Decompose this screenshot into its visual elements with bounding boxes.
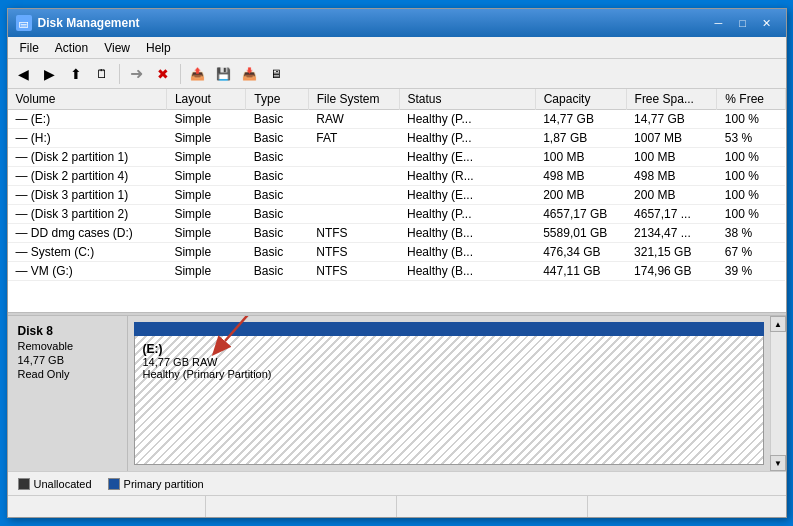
cell-status: Healthy (B... bbox=[399, 262, 535, 281]
table-header-row: Volume Layout Type File System Status Ca… bbox=[8, 89, 786, 110]
menu-bar: File Action View Help bbox=[8, 37, 786, 59]
minimize-button[interactable]: ─ bbox=[708, 14, 730, 32]
col-header-layout[interactable]: Layout bbox=[166, 89, 245, 110]
cell-free: 174,96 GB bbox=[626, 262, 717, 281]
extra-button[interactable]: 📥 bbox=[238, 62, 262, 86]
cell-status: Healthy (P... bbox=[399, 110, 535, 129]
vertical-scrollbar[interactable]: ▲ ▼ bbox=[770, 316, 786, 471]
toolbar: ◀ ▶ ⬆ 🗒 ➜ ✖ 📤 💾 📥 🖥 bbox=[8, 59, 786, 89]
col-header-status[interactable]: Status bbox=[399, 89, 535, 110]
menu-file[interactable]: File bbox=[12, 39, 47, 57]
table-row[interactable]: — (Disk 2 partition 4) Simple Basic Heal… bbox=[8, 167, 786, 186]
back-button[interactable]: ◀ bbox=[12, 62, 36, 86]
cell-fs bbox=[308, 167, 399, 186]
main-content: Volume Layout Type File System Status Ca… bbox=[8, 89, 786, 517]
col-header-type[interactable]: Type bbox=[246, 89, 308, 110]
cell-fs: RAW bbox=[308, 110, 399, 129]
toolbar-separator-1 bbox=[119, 64, 120, 84]
partition-body[interactable]: (E:) 14,77 GB RAW Healthy (Primary Parti… bbox=[134, 336, 764, 465]
col-header-pct[interactable]: % Free bbox=[717, 89, 785, 110]
menu-help[interactable]: Help bbox=[138, 39, 179, 57]
cell-layout: Simple bbox=[166, 186, 245, 205]
cell-layout: Simple bbox=[166, 167, 245, 186]
col-header-volume[interactable]: Volume bbox=[8, 89, 167, 110]
cell-volume: — (H:) bbox=[8, 129, 167, 148]
table-row[interactable]: — (Disk 3 partition 2) Simple Basic Heal… bbox=[8, 205, 786, 224]
cell-capacity: 4657,17 GB bbox=[535, 205, 626, 224]
col-header-free[interactable]: Free Spa... bbox=[626, 89, 717, 110]
table-row[interactable]: — (E:) Simple Basic RAW Healthy (P... 14… bbox=[8, 110, 786, 129]
cell-pct: 100 % bbox=[717, 110, 785, 129]
partition-header-bar bbox=[134, 322, 764, 336]
close-button[interactable]: ✕ bbox=[756, 14, 778, 32]
menu-view[interactable]: View bbox=[96, 39, 138, 57]
legend-primary: Primary partition bbox=[108, 478, 204, 490]
cell-fs bbox=[308, 205, 399, 224]
cell-type: Basic bbox=[246, 224, 308, 243]
volume-table-body: — (E:) Simple Basic RAW Healthy (P... 14… bbox=[8, 110, 786, 281]
legend-bar: Unallocated Primary partition bbox=[8, 471, 786, 495]
more-button[interactable]: 🖥 bbox=[264, 62, 288, 86]
legend-unallocated-label: Unallocated bbox=[34, 478, 92, 490]
table-row[interactable]: — VM (G:) Simple Basic NTFS Healthy (B..… bbox=[8, 262, 786, 281]
menu-action[interactable]: Action bbox=[47, 39, 96, 57]
forward-button[interactable]: ▶ bbox=[38, 62, 62, 86]
partition-status: Healthy (Primary Partition) bbox=[143, 368, 755, 380]
export-button[interactable]: 📤 bbox=[186, 62, 210, 86]
cell-fs: NTFS bbox=[308, 243, 399, 262]
cell-capacity: 100 MB bbox=[535, 148, 626, 167]
cell-status: Healthy (P... bbox=[399, 129, 535, 148]
delete-button[interactable]: ✖ bbox=[151, 62, 175, 86]
cell-free: 2134,47 ... bbox=[626, 224, 717, 243]
cell-status: Healthy (B... bbox=[399, 243, 535, 262]
cell-capacity: 5589,01 GB bbox=[535, 224, 626, 243]
cell-pct: 53 % bbox=[717, 129, 785, 148]
cell-free: 14,77 GB bbox=[626, 110, 717, 129]
cell-volume: — DD dmg cases (D:) bbox=[8, 224, 167, 243]
scroll-up-arrow[interactable]: ▲ bbox=[770, 316, 786, 332]
cell-pct: 100 % bbox=[717, 167, 785, 186]
cell-volume: — (Disk 3 partition 1) bbox=[8, 186, 167, 205]
scroll-down-arrow[interactable]: ▼ bbox=[770, 455, 786, 471]
up-button[interactable]: ⬆ bbox=[64, 62, 88, 86]
col-header-capacity[interactable]: Capacity bbox=[535, 89, 626, 110]
cell-capacity: 200 MB bbox=[535, 186, 626, 205]
disk-visual-area: (E:) 14,77 GB RAW Healthy (Primary Parti… bbox=[128, 316, 770, 471]
cell-status: Healthy (E... bbox=[399, 148, 535, 167]
cell-type: Basic bbox=[246, 186, 308, 205]
maximize-button[interactable]: □ bbox=[732, 14, 754, 32]
disk-visual-pane: Disk 8 Removable 14,77 GB Read Only (E:)… bbox=[8, 316, 786, 471]
cell-type: Basic bbox=[246, 110, 308, 129]
window-controls: ─ □ ✕ bbox=[708, 14, 778, 32]
cell-free: 100 MB bbox=[626, 148, 717, 167]
cell-volume: — VM (G:) bbox=[8, 262, 167, 281]
table-row[interactable]: — (Disk 3 partition 1) Simple Basic Heal… bbox=[8, 186, 786, 205]
cell-layout: Simple bbox=[166, 148, 245, 167]
col-header-fs[interactable]: File System bbox=[308, 89, 399, 110]
properties-button[interactable]: 🗒 bbox=[90, 62, 114, 86]
cell-volume: — System (C:) bbox=[8, 243, 167, 262]
table-row[interactable]: — (H:) Simple Basic FAT Healthy (P... 1,… bbox=[8, 129, 786, 148]
cell-type: Basic bbox=[246, 129, 308, 148]
table-row[interactable]: — System (C:) Simple Basic NTFS Healthy … bbox=[8, 243, 786, 262]
cell-free: 200 MB bbox=[626, 186, 717, 205]
cell-capacity: 476,34 GB bbox=[535, 243, 626, 262]
cell-volume: — (Disk 2 partition 4) bbox=[8, 167, 167, 186]
table-row[interactable]: — DD dmg cases (D:) Simple Basic NTFS He… bbox=[8, 224, 786, 243]
cell-capacity: 1,87 GB bbox=[535, 129, 626, 148]
partition-size: 14,77 GB RAW bbox=[143, 356, 755, 368]
cell-status: Healthy (R... bbox=[399, 167, 535, 186]
arrow-button[interactable]: ➜ bbox=[125, 62, 149, 86]
cell-layout: Simple bbox=[166, 110, 245, 129]
scroll-track[interactable] bbox=[771, 332, 786, 455]
disk-name: Disk 8 bbox=[18, 324, 117, 338]
import-button[interactable]: 💾 bbox=[212, 62, 236, 86]
cell-type: Basic bbox=[246, 205, 308, 224]
status-bar bbox=[8, 495, 786, 517]
volume-table-pane[interactable]: Volume Layout Type File System Status Ca… bbox=[8, 89, 786, 312]
legend-primary-label: Primary partition bbox=[124, 478, 204, 490]
cell-pct: 67 % bbox=[717, 243, 785, 262]
status-seg-1 bbox=[16, 496, 207, 517]
table-row[interactable]: — (Disk 2 partition 1) Simple Basic Heal… bbox=[8, 148, 786, 167]
main-window: 🖴 Disk Management ─ □ ✕ File Action View… bbox=[7, 8, 787, 518]
